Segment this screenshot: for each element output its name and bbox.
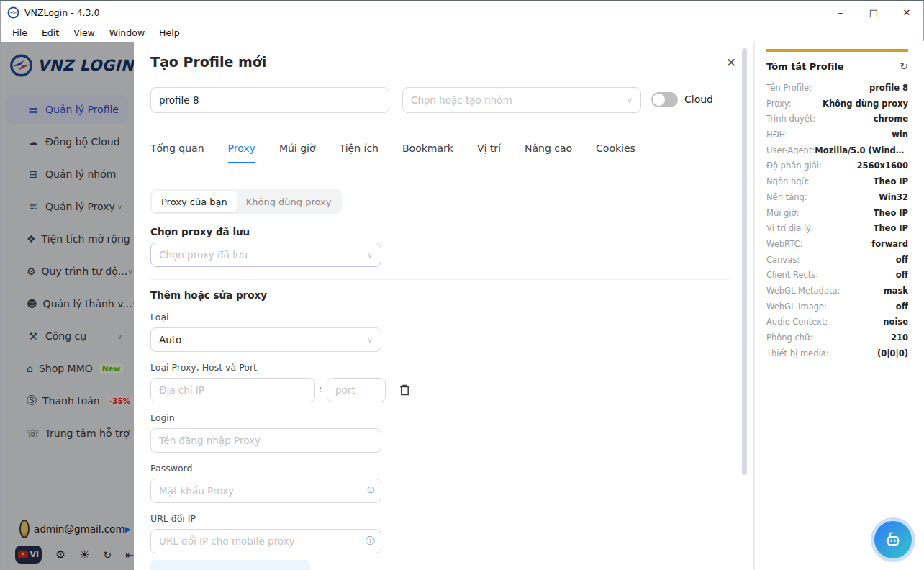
summary-row-value: Theo IP xyxy=(874,223,908,233)
summary-row: Tên Profile: profile 8 xyxy=(766,83,908,99)
summary-row-value: off xyxy=(896,255,908,265)
summary-row: Phông chữ: 210 xyxy=(766,332,908,348)
summary-row-label: Ngôn ngữ: xyxy=(766,176,810,186)
summary-title: Tóm tắt Profile xyxy=(766,61,844,72)
host-port-label: Loại Proxy, Host và Port xyxy=(150,362,257,373)
tab-vi-tri[interactable]: Vị trí xyxy=(477,133,501,163)
proxy-type-label: Loại xyxy=(150,312,169,322)
proxy-type-select[interactable]: Auto ∨ xyxy=(150,327,381,352)
menu-item[interactable]: View xyxy=(66,25,102,40)
chevron-down-icon: ∨ xyxy=(367,335,373,345)
menu-item[interactable]: Window xyxy=(102,25,152,40)
summary-row-label: Thiết bị media: xyxy=(766,348,829,358)
tab-proxy[interactable]: Proxy xyxy=(228,133,255,163)
summary-row: Nền tảng: Win32 xyxy=(766,192,908,208)
summary-row-label: WebRTC: xyxy=(766,239,802,249)
profile-summary-panel: Tóm tắt Profile ↻ Tên Profile: profile 8… xyxy=(754,41,924,570)
menu-bar: File Edit View Window Help xyxy=(1,23,923,42)
summary-row-label: WebGL Image: xyxy=(766,302,827,312)
window-close-button[interactable]: ✕ xyxy=(890,1,923,23)
summary-refresh-icon[interactable]: ↻ xyxy=(900,60,908,72)
summary-row: Ngôn ngữ: Theo IP xyxy=(766,176,908,192)
tab-cookies[interactable]: Cookies xyxy=(596,133,635,163)
host-port-separator: : xyxy=(319,384,322,394)
summary-row-value: 2560x1600 xyxy=(857,160,908,171)
info-icon: ⓘ xyxy=(366,535,375,548)
cloud-toggle[interactable] xyxy=(651,92,678,107)
tab-nang-cao[interactable]: Nâng cao xyxy=(525,133,572,163)
maximize-button[interactable]: □ xyxy=(857,1,890,23)
chevron-down-icon: ∨ xyxy=(627,96,633,105)
app-window: VNZLogin - 4.3.0 – □ ✕ File Edit View Wi… xyxy=(0,0,924,570)
tab-tong-quan[interactable]: Tổng quan xyxy=(150,133,204,163)
group-select-placeholder: Chọn hoặc tạo nhóm xyxy=(411,94,512,106)
summary-row: WebRTC: forward xyxy=(766,239,908,255)
eye-off-icon[interactable]: ∅ xyxy=(367,484,375,495)
summary-row-label: Độ phân giải: xyxy=(766,160,822,171)
modal-tabs: Tổng quan Proxy Múi giờ Tiện ích Bookmar… xyxy=(150,133,742,163)
sidebar: VNZ LOGIN ▤ Quản lý Profile ☁ Đồng bộ Cl… xyxy=(1,42,134,570)
menu-item[interactable]: File xyxy=(5,25,35,40)
tab-tien-ich[interactable]: Tiện ích xyxy=(340,133,379,163)
saved-proxy-select[interactable]: Chọn proxy đã lưu ∨ xyxy=(150,243,381,267)
summary-row-value: Theo IP xyxy=(874,176,908,186)
window-title: VNZLogin - 4.3.0 xyxy=(24,7,99,18)
summary-row-label: Audio Context: xyxy=(766,317,828,327)
summary-accent-bar xyxy=(766,49,908,52)
summary-row: WebGL Metadata: mask xyxy=(766,286,908,302)
trash-icon[interactable] xyxy=(399,384,411,397)
proxy-login-input[interactable] xyxy=(150,428,381,453)
ip-address-input[interactable] xyxy=(150,378,315,402)
edit-proxy-section-title: Thêm hoặc sửa proxy xyxy=(150,289,267,301)
check-proxy-button-partial[interactable] xyxy=(150,560,310,570)
summary-row: Độ phân giải: 2560x1600 xyxy=(766,160,908,176)
summary-row: HĐH: win xyxy=(766,130,908,145)
summary-row-label: User-Agent: xyxy=(766,145,815,155)
menu-item[interactable]: Edit xyxy=(35,25,66,40)
modal-close-icon[interactable]: ✕ xyxy=(723,54,740,71)
url-change-ip-label: URL đổi IP xyxy=(150,513,196,524)
port-input[interactable] xyxy=(327,378,386,402)
summary-row-value: mask xyxy=(884,286,908,296)
summary-row: Thiết bị media: (0|0|0) xyxy=(766,348,908,364)
summary-row: User-Agent: Mozilla/5.0 (Windows... xyxy=(766,145,908,161)
summary-row: Trình duyệt: chrome xyxy=(766,114,908,130)
minimize-button[interactable]: – xyxy=(824,1,857,23)
toggle-knob xyxy=(653,94,665,106)
menu-item[interactable]: Help xyxy=(152,25,187,40)
summary-row: Proxy: Không dùng proxy xyxy=(766,99,908,114)
chevron-down-icon: ∨ xyxy=(367,250,373,260)
summary-row: Canvas: off xyxy=(766,255,908,271)
modal-scrollbar[interactable] xyxy=(742,48,747,475)
summary-row-label: Trình duyệt: xyxy=(766,114,815,124)
summary-row-label: Phông chữ: xyxy=(766,332,812,343)
proxy-mode-option-your-proxy[interactable]: Proxy của bạn xyxy=(152,191,237,212)
cloud-toggle-label: Cloud xyxy=(684,94,713,105)
group-select[interactable]: Chọn hoặc tạo nhóm ∨ xyxy=(402,87,641,113)
password-label: Password xyxy=(150,463,192,474)
summary-row-value: Không dùng proxy xyxy=(823,99,908,109)
summary-row-value: Theo IP xyxy=(874,208,908,218)
summary-row-label: Múi giờ: xyxy=(766,208,799,218)
section-divider xyxy=(150,279,730,280)
summary-row-label: WebGL Metadata: xyxy=(766,286,840,296)
tab-mui-gio[interactable]: Múi giờ xyxy=(279,133,316,163)
tab-bookmark[interactable]: Bookmark xyxy=(402,133,453,163)
url-change-ip-input[interactable] xyxy=(150,529,381,553)
proxy-password-input[interactable] xyxy=(150,479,381,503)
summary-row: Múi giờ: Theo IP xyxy=(766,208,908,224)
summary-row-label: Tên Profile: xyxy=(766,83,812,93)
summary-row: Audio Context: noise xyxy=(766,317,908,332)
summary-row-value: win xyxy=(892,130,908,140)
robot-assistant-button[interactable] xyxy=(874,521,912,558)
summary-row-value: off xyxy=(896,270,908,280)
login-label: Login xyxy=(150,412,175,423)
summary-row-label: Vị trí địa lý: xyxy=(766,223,813,233)
summary-row-value: profile 8 xyxy=(869,83,908,93)
summary-row: WebGL Image: off xyxy=(766,302,908,317)
app-logo-icon xyxy=(7,6,19,19)
proxy-mode-option-no-proxy[interactable]: Không dùng proxy xyxy=(237,191,341,212)
profile-name-input[interactable] xyxy=(150,87,389,113)
robot-icon xyxy=(883,530,903,550)
modal-title: Tạo Profile mới xyxy=(150,54,266,70)
